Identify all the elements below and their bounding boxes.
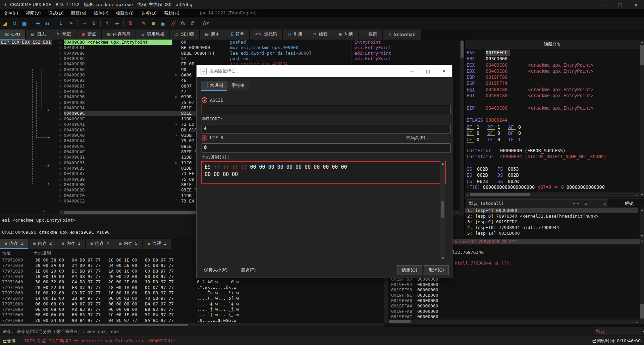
flag-item[interactable]: OF 0 xyxy=(467,130,487,136)
view-tab[interactable]: ▤ 日志 xyxy=(26,30,51,40)
view-tab[interactable]: <> 源代码 xyxy=(250,30,282,40)
scroll-up-icon[interactable]: ▲ xyxy=(640,208,644,212)
flag-item[interactable]: SF 0 xyxy=(487,130,508,136)
toolbar-icon[interactable]: ↠ xyxy=(112,19,121,28)
dump-row[interactable]: 779710B0 20 00 24 00 90 84 97 77 84 8C 9… xyxy=(0,318,384,323)
instruction-dot-icon[interactable]: ● xyxy=(57,94,64,100)
toolbar-icon[interactable]: ƒx xyxy=(178,19,187,28)
instruction-dot-icon[interactable]: ● xyxy=(57,83,64,89)
menu-item[interactable]: 跟踪(N) xyxy=(67,9,90,17)
instruction-dot-icon[interactable]: ● xyxy=(57,116,64,122)
hex-editor-v-scrollbar[interactable]: ▲ ▼ xyxy=(440,161,445,260)
arguments-panel[interactable]: 默认 (stdcall)▼ ▼ 5▲ 解锁 1: [esp+4] 003CD00… xyxy=(464,198,644,238)
registers-h-scrollbar[interactable]: ◄ ► xyxy=(465,192,640,197)
instruction-dot-icon[interactable]: ● xyxy=(57,61,64,67)
dump-row[interactable]: 77971070 14 00 16 00 28 84 97 77 06 00 0… xyxy=(0,296,384,301)
instruction-dot-icon[interactable]: ● xyxy=(57,149,64,155)
scroll-thumb[interactable] xyxy=(0,324,188,326)
register-row[interactable]: ESP 0019FF74 xyxy=(465,80,638,86)
instruction-dot-icon[interactable]: ● xyxy=(57,111,64,116)
argument-row[interactable]: 4: [esp+10] 779D8944 ntdll.779D8944 xyxy=(465,225,638,230)
scroll-down-icon[interactable]: ▼ xyxy=(640,192,644,197)
utf8-input[interactable]: � xyxy=(202,143,450,153)
keep-size-checkbox[interactable]: 保持大小(K) xyxy=(204,265,228,274)
toolbar-icon[interactable] xyxy=(54,20,54,27)
toolbar-icon[interactable] xyxy=(199,20,199,27)
view-tab[interactable]: ● 断点 xyxy=(76,30,101,40)
instruction-dot-icon[interactable]: ● xyxy=(57,45,64,50)
unicode-input[interactable]: é xyxy=(202,124,450,133)
flag-item[interactable]: IF 1 xyxy=(508,136,529,142)
toolbar-icon[interactable]: ↑ xyxy=(103,19,112,28)
argument-count-stepper[interactable]: 5▲ xyxy=(582,199,608,207)
flag-item[interactable]: DF 0 xyxy=(508,130,529,136)
calling-convention-select[interactable]: 默认 (stdcall)▼ xyxy=(467,199,577,207)
dump-tab[interactable]: ▦ 内存 4 xyxy=(86,239,114,249)
menu-item[interactable]: 文件(F) xyxy=(0,9,22,17)
stack-row[interactable]: 0019FFAC 00000000 xyxy=(388,314,640,320)
hide-fpu-button[interactable]: 隐藏FPU xyxy=(465,40,640,49)
stack-v-scrollbar[interactable]: ▲ xyxy=(640,238,644,324)
stack-row[interactable]: 0019FF98 00000000 xyxy=(388,287,640,293)
view-tab[interactable]: ∴ 跟踪 xyxy=(359,30,382,40)
hex-pattern-editor[interactable]: E9 ?? ?? ?? ?? 00 00 00 00 00 00 00 00 0… xyxy=(201,161,446,184)
instruction-dot-icon[interactable]: ● xyxy=(57,122,64,127)
instruction-dot-icon[interactable]: ● xyxy=(57,177,64,182)
menu-item[interactable]: 帮助(H) xyxy=(160,9,183,17)
scroll-up-icon[interactable]: ▲ xyxy=(440,161,445,166)
scroll-left-icon[interactable]: ◄ xyxy=(59,210,64,215)
ok-button[interactable]: 确定(O) xyxy=(397,265,422,275)
toolbar-icon[interactable]: S xyxy=(126,19,135,28)
dump-row[interactable]: 77971080 06 00 08 00 A0 87 97 77 06 00 0… xyxy=(0,301,384,307)
dialog-minimize-button[interactable]: — xyxy=(404,65,420,77)
scroll-down-icon[interactable]: ▼ xyxy=(440,255,445,260)
instruction-dot-icon[interactable]: ● xyxy=(57,155,64,160)
toolbar-icon[interactable]: # xyxy=(188,19,197,28)
instruction-dot-icon[interactable]: ● xyxy=(57,160,64,166)
flag-item[interactable]: PF 1 xyxy=(487,124,508,130)
instruction-dot-icon[interactable]: ● xyxy=(57,144,64,149)
stack-row[interactable]: 0019FFA4 00000000 xyxy=(388,303,640,309)
register-row[interactable]: EDX 00409C80 <crackme upx.EntryPoint> xyxy=(465,68,638,74)
stack-row[interactable]: 0019FFA8 00000000 xyxy=(388,309,640,314)
codepage-button[interactable]: 代码页(P)... xyxy=(406,135,429,141)
view-tab[interactable]: ▦ CPU xyxy=(0,30,25,40)
toolbar-icon[interactable]: ⇓ xyxy=(89,19,98,28)
instruction-dot-icon[interactable]: ● xyxy=(57,166,64,171)
toolbar-icon[interactable]: Az xyxy=(201,19,210,28)
scroll-thumb[interactable] xyxy=(640,304,644,319)
scroll-thumb[interactable] xyxy=(470,193,530,196)
stack-h-scrollbar[interactable]: ► xyxy=(388,320,640,324)
dialog-maximize-button[interactable]: □ xyxy=(420,65,436,77)
view-tab[interactable]: ≣ 调用堆栈 xyxy=(136,30,169,40)
toolbar-icon[interactable]: // xyxy=(168,19,177,28)
instruction-dot-icon[interactable]: ● xyxy=(57,187,64,193)
register-row[interactable]: EAX 0019FFCC xyxy=(465,50,638,56)
scroll-right-icon[interactable]: ► xyxy=(635,320,640,324)
scroll-thumb[interactable] xyxy=(461,41,464,58)
stack-row[interactable]: 0019FF94 00000000 xyxy=(388,282,640,287)
dump-row[interactable]: 779710A0 08 00 0A 00 60 83 97 77 1C 00 1… xyxy=(0,312,384,318)
view-tab[interactable]: ◉ 句柄 xyxy=(333,30,358,40)
disassembly-row[interactable]: ● 00409C80 <crackme upx.EntryPoint 60 pu… xyxy=(0,40,460,45)
disassembly-row[interactable]: ● 00409C86 8DBE 0080FFFF lea edi,dword p… xyxy=(0,51,460,56)
close-button[interactable]: ✕ xyxy=(628,0,644,9)
stack-row[interactable]: 0019FF9C 003CD000 xyxy=(388,293,640,298)
toolbar-icon[interactable]: ↺ xyxy=(10,19,19,28)
instruction-dot-icon[interactable]: ● xyxy=(57,67,64,72)
instruction-dot-icon[interactable]: ● xyxy=(57,72,64,78)
dump-tab[interactable]: ▦ 内存 1 xyxy=(0,239,28,249)
toolbar-icon[interactable]: ⇒ xyxy=(79,19,89,28)
flag-item[interactable]: TF 0 xyxy=(487,136,508,142)
toolbar-icon[interactable]: ✎ xyxy=(139,19,148,28)
flag-item[interactable]: CF 0 xyxy=(467,136,487,142)
menu-item[interactable]: 调试(D) xyxy=(45,9,67,17)
dump-tab[interactable]: ◉ 监视 1 xyxy=(143,239,171,249)
scroll-up-icon[interactable]: ▲ xyxy=(640,238,644,243)
argument-row[interactable]: 5: [esp+14] 003CD000 xyxy=(465,230,638,236)
toolbar-icon[interactable]: ↷ xyxy=(66,19,75,28)
command-bar[interactable]: 命令: 命令使用逗号分隔（像汇编语言）: mov eax, ebx 默认▼ xyxy=(0,327,644,336)
dump-row[interactable]: 77971090 06 00 08 00 A8 83 97 77 06 00 0… xyxy=(0,307,384,312)
toolbar-icon[interactable] xyxy=(137,20,137,27)
scroll-thumb[interactable] xyxy=(441,201,444,218)
